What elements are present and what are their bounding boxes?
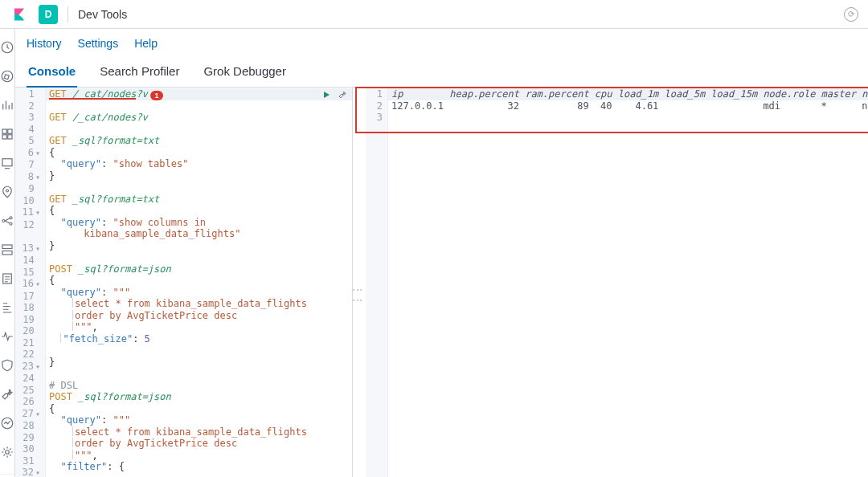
menubar: History Settings Help xyxy=(15,29,868,55)
svg-point-10 xyxy=(10,222,12,225)
infra-icon[interactable] xyxy=(0,243,14,257)
dashboard-icon[interactable] xyxy=(0,127,14,141)
output-header-row: ip heap.percent ram.percent cpu load_1m … xyxy=(388,88,868,100)
send-request-icon[interactable] xyxy=(321,89,331,102)
editor-line[interactable]: } xyxy=(46,240,352,252)
maps-icon[interactable] xyxy=(0,185,14,199)
editor-line[interactable]: GET _sql?format=txt xyxy=(46,135,352,147)
svg-point-15 xyxy=(6,450,10,455)
editor-line[interactable]: "query": """ xyxy=(46,414,352,426)
recently-viewed-icon[interactable] xyxy=(0,40,14,55)
response-output[interactable]: ⋮⋮ 1 2 3 ip heap.percent ram.percent cpu… xyxy=(353,88,868,477)
editor-line[interactable]: { xyxy=(46,147,352,159)
editor-line[interactable]: select * from kibana_sample_data_flights xyxy=(46,426,352,438)
visualize-icon[interactable] xyxy=(0,98,14,112)
management-icon[interactable] xyxy=(0,445,14,459)
svg-rect-12 xyxy=(2,251,12,255)
editor-line[interactable]: { xyxy=(46,205,352,217)
editor-line[interactable] xyxy=(46,124,352,136)
canvas-icon[interactable] xyxy=(0,156,14,170)
tab-console[interactable]: Console xyxy=(27,58,77,88)
svg-rect-5 xyxy=(8,135,12,139)
svg-rect-3 xyxy=(8,129,12,133)
editor-line[interactable]: """, xyxy=(46,321,352,333)
editor-line[interactable]: kibana_sample_data_flights" xyxy=(46,228,352,240)
editor-line[interactable]: POST _sql?format=json xyxy=(46,263,352,275)
logs-icon[interactable] xyxy=(0,271,14,286)
history-link[interactable]: History xyxy=(27,37,62,50)
breadcrumb-title: Dev Tools xyxy=(78,8,127,21)
editor-line[interactable]: "fetch_size": 5 xyxy=(46,333,352,345)
monitoring-icon[interactable] xyxy=(0,416,14,430)
editor-line[interactable] xyxy=(46,344,352,357)
ml-icon[interactable] xyxy=(0,214,14,228)
svg-rect-2 xyxy=(2,129,6,133)
dev-tools-icon[interactable] xyxy=(0,387,14,402)
tab-search-profiler[interactable]: Search Profiler xyxy=(98,58,181,87)
svg-rect-6 xyxy=(2,159,12,166)
svg-point-7 xyxy=(6,190,9,192)
side-nav xyxy=(0,29,15,477)
svg-rect-4 xyxy=(2,135,6,139)
request-options-icon[interactable] xyxy=(338,89,347,102)
help-link[interactable]: Help xyxy=(134,37,158,50)
editor-line[interactable]: { xyxy=(46,275,352,287)
editor-line[interactable]: order by AvgTicketPrice desc xyxy=(46,310,352,322)
settings-link[interactable]: Settings xyxy=(78,37,119,50)
editor-line[interactable]: """, xyxy=(46,450,352,462)
editor-line[interactable]: select * from kibana_sample_data_flights xyxy=(46,298,352,310)
editor-line[interactable]: "query": """ xyxy=(46,287,352,299)
svg-point-1 xyxy=(2,71,13,82)
editor-line[interactable]: } xyxy=(46,357,352,369)
discover-icon[interactable] xyxy=(0,69,14,84)
apm-icon[interactable] xyxy=(0,300,14,315)
request-editor[interactable]: 1 2 3 4 5 6▾7 8▾9 10 11▾12 13▾14 15 16▾1… xyxy=(15,88,353,477)
uptime-icon[interactable] xyxy=(0,329,14,344)
annotation-badge-1: 1 xyxy=(150,91,163,100)
separator xyxy=(68,6,68,22)
editor-line[interactable] xyxy=(46,181,352,194)
svg-rect-11 xyxy=(2,245,12,249)
topbar: D Dev Tools ⟳ xyxy=(0,0,868,29)
editor-line[interactable]: "query": "show columns in xyxy=(46,217,352,229)
editor-line[interactable]: { xyxy=(46,403,352,415)
editor-line[interactable]: "query": "show tables" xyxy=(46,158,352,170)
space-badge[interactable]: D xyxy=(39,5,58,24)
editor-line[interactable]: GET /_cat/nodes?v xyxy=(46,112,352,124)
editor-line[interactable]: POST _sql?format=json xyxy=(46,391,352,403)
tab-grok-debugger[interactable]: Grok Debugger xyxy=(202,58,288,87)
output-empty-row xyxy=(388,112,868,124)
siem-icon[interactable] xyxy=(0,358,14,373)
annotation-underline xyxy=(49,98,136,100)
tabs: Console Search Profiler Grok Debugger xyxy=(15,55,868,88)
svg-point-8 xyxy=(2,220,5,222)
console-settings-icon[interactable]: ⟳ xyxy=(844,7,858,22)
editor-line[interactable]: "filter": { xyxy=(46,461,352,473)
editor-line[interactable] xyxy=(46,100,352,112)
editor-line[interactable]: } xyxy=(46,170,352,182)
editor-line[interactable]: order by AvgTicketPrice desc xyxy=(46,438,352,450)
kibana-logo[interactable] xyxy=(10,5,29,24)
editor-line[interactable]: # DSL xyxy=(46,380,352,392)
svg-point-9 xyxy=(10,217,12,219)
editor-line[interactable] xyxy=(46,368,352,380)
editor-line[interactable]: GET _sql?format=txt xyxy=(46,194,352,206)
editor-line[interactable] xyxy=(46,251,352,263)
output-data-row: 127.0.0.1 32 89 40 4.61 mdi * node-1 xyxy=(388,100,868,112)
resize-handle-icon[interactable]: ⋮⋮ xyxy=(352,285,363,306)
